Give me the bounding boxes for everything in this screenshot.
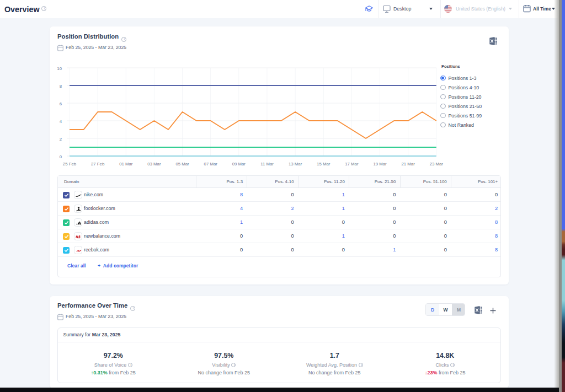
svg-text:10: 10 — [57, 66, 62, 71]
svg-text:21 Mar: 21 Mar — [402, 162, 415, 167]
svg-text:8: 8 — [60, 84, 62, 89]
svg-text:13 Mar: 13 Mar — [289, 162, 302, 167]
svg-text:17 Mar: 17 Mar — [345, 162, 359, 167]
svg-text:2: 2 — [60, 137, 62, 142]
svg-text:23 Mar: 23 Mar — [430, 162, 444, 167]
svg-text:19 Mar: 19 Mar — [373, 162, 387, 167]
svg-text:01 Mar: 01 Mar — [119, 162, 133, 167]
svg-text:25 Feb: 25 Feb — [63, 162, 77, 167]
svg-text:07 Mar: 07 Mar — [204, 162, 218, 167]
svg-text:27 Feb: 27 Feb — [91, 162, 105, 167]
svg-text:05 Mar: 05 Mar — [175, 162, 189, 167]
svg-text:6: 6 — [60, 101, 62, 106]
svg-text:03 Mar: 03 Mar — [147, 162, 161, 167]
svg-text:11 Mar: 11 Mar — [260, 162, 274, 167]
svg-text:15 Mar: 15 Mar — [317, 162, 331, 167]
svg-text:0: 0 — [60, 154, 62, 159]
svg-text:09 Mar: 09 Mar — [232, 162, 246, 167]
svg-text:4: 4 — [60, 119, 62, 124]
